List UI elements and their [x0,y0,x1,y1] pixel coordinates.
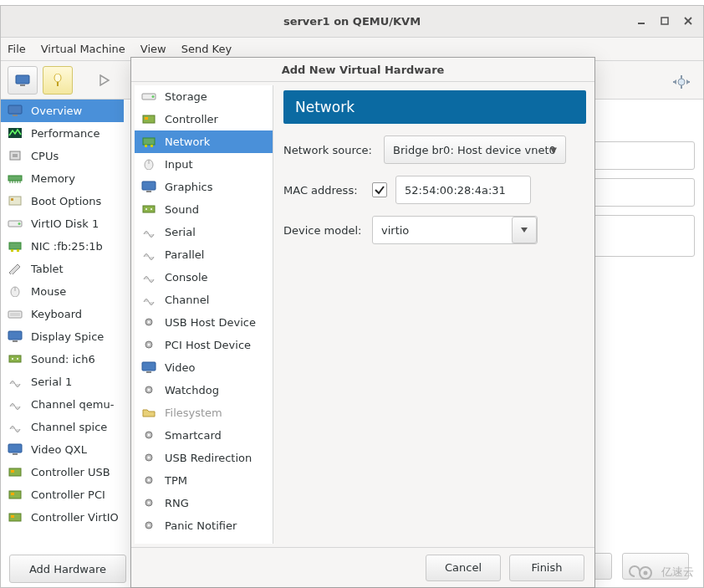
sidebar-item[interactable]: Controller PCI [1,483,124,506]
menu-virtual-machine[interactable]: Virtual Machine [41,43,125,55]
hardware-type-list[interactable]: StorageControllerNetworkInputGraphicsSou… [135,85,273,544]
sidebar-item[interactable]: Sound: ich6 [1,348,124,371]
sidebar-item[interactable]: Mouse [1,280,124,303]
mac-address-entry[interactable]: 52:54:00:28:4a:31 [395,176,531,204]
hw-icon [141,474,156,488]
sidebar-item[interactable]: Controller USB [1,461,124,483]
run-button[interactable] [89,66,120,95]
menu-file[interactable]: File [8,43,26,55]
svg-rect-67 [142,362,156,371]
hw-type-item[interactable]: Sound [135,198,273,221]
menu-view[interactable]: View [140,43,166,55]
titlebar[interactable]: server1 on QEMU/KVM [1,6,703,38]
hw-type-item[interactable]: Serial [135,221,273,243]
hw-type-label: Smartcard [165,429,222,442]
hw-type-item[interactable]: USB Redirection [135,447,273,469]
hw-icon [141,497,156,510]
hw-type-item[interactable]: Network [135,130,273,153]
hw-icon [141,271,156,284]
minimize-button[interactable] [631,11,651,31]
svg-rect-35 [9,355,21,362]
network-source-label: Network source: [283,144,375,156]
svg-point-62 [150,208,152,210]
hw-type-item[interactable]: Watchdog [135,379,273,401]
add-hardware-dialog: Add New Virtual Hardware StorageControll… [130,57,595,588]
mac-address-checkbox[interactable] [372,182,387,197]
hw-icon [141,294,156,307]
hw-type-label: Controller [165,113,218,125]
hw-type-label: USB Redirection [165,452,252,464]
sidebar-item[interactable]: Video QXL [1,438,124,461]
hw-icon [141,158,156,171]
cancel-button[interactable]: Cancel [426,555,501,581]
sidebar-item[interactable]: Keyboard [1,303,124,325]
sidebar-item[interactable]: Performance [1,122,124,145]
menu-send-key[interactable]: Send Key [181,43,232,55]
sidebar-item[interactable]: VirtIO Disk 1 [1,212,124,235]
hw-type-item[interactable]: Console [135,266,273,289]
hw-icon [141,90,156,104]
svg-rect-55 [150,145,153,147]
svg-rect-5 [20,84,25,86]
sidebar-item[interactable]: NIC :fb:25:1b [1,235,124,258]
sidebar-item[interactable]: Memory [1,167,124,190]
hw-type-item[interactable]: RNG [135,492,273,514]
svg-rect-43 [11,493,14,495]
hw-type-item[interactable]: PCI Host Device [135,334,273,356]
details-view-button[interactable] [43,66,73,95]
hw-type-item[interactable]: TPM [135,469,273,492]
svg-point-74 [148,456,150,458]
hw-type-item: Filesystem [135,401,273,424]
sidebar-item[interactable]: Controller VirtIO [1,506,124,529]
device-icon [8,398,23,412]
console-view-button[interactable] [8,66,38,95]
hardware-sidebar[interactable]: OverviewPerformanceCPUsMemoryBoot Option… [1,100,124,587]
svg-point-61 [145,208,147,210]
svg-point-37 [17,358,18,360]
sidebar-item[interactable]: Serial 1 [1,371,124,393]
finish-button[interactable]: Finish [509,555,584,581]
svg-point-83 [644,571,648,575]
form-header: Network [283,90,586,124]
sidebar-item-label: Performance [31,127,99,140]
sidebar-item[interactable]: Boot Options [1,190,124,212]
hw-type-label: Input [165,158,193,171]
device-model-label: Device model: [283,224,364,237]
svg-rect-7 [57,82,59,86]
hw-type-item[interactable]: Panic Notifier [135,514,273,537]
hw-type-item[interactable]: Controller [135,108,273,130]
sidebar-item-label: NIC :fb:25:1b [31,240,103,253]
hw-type-item[interactable]: Channel [135,289,273,311]
svg-rect-10 [13,115,18,116]
network-source-combo[interactable]: Bridge br0: Host device vnet0 ▼ [384,135,566,164]
svg-rect-59 [146,191,151,192]
sidebar-item[interactable]: CPUs [1,145,124,167]
sidebar-item[interactable]: Channel qemu- [1,393,124,416]
hw-type-item[interactable]: Input [135,153,273,176]
device-icon [8,308,23,321]
sidebar-item[interactable]: Channel spice [1,416,124,438]
hw-type-item[interactable]: Smartcard [135,424,273,447]
svg-point-76 [148,478,150,481]
sidebar-item[interactable]: Overview [1,100,124,122]
sidebar-item-label: Controller VirtIO [31,511,119,524]
sidebar-item[interactable]: Display Spice [1,325,124,348]
sidebar-item[interactable]: Tablet [1,258,124,280]
hw-type-item[interactable]: Graphics [135,176,273,198]
svg-marker-48 [686,79,690,84]
svg-rect-9 [8,105,22,114]
svg-point-72 [148,433,150,436]
close-button[interactable] [678,11,698,31]
device-model-combo[interactable]: virtio [372,216,538,244]
sidebar-item-label: VirtIO Disk 1 [31,217,99,230]
hw-type-item[interactable]: Storage [135,85,273,108]
hw-icon [141,339,156,352]
hw-type-label: Storage [165,90,207,103]
hw-type-item[interactable]: Parallel [135,243,273,266]
migrate-icon[interactable] [671,74,692,90]
mac-address-label: MAC address: [283,184,364,197]
maximize-button[interactable] [655,11,675,31]
add-hardware-button[interactable]: Add Hardware [9,555,126,583]
hw-type-item[interactable]: USB Host Device [135,311,273,334]
hw-type-item[interactable]: Video [135,356,273,379]
